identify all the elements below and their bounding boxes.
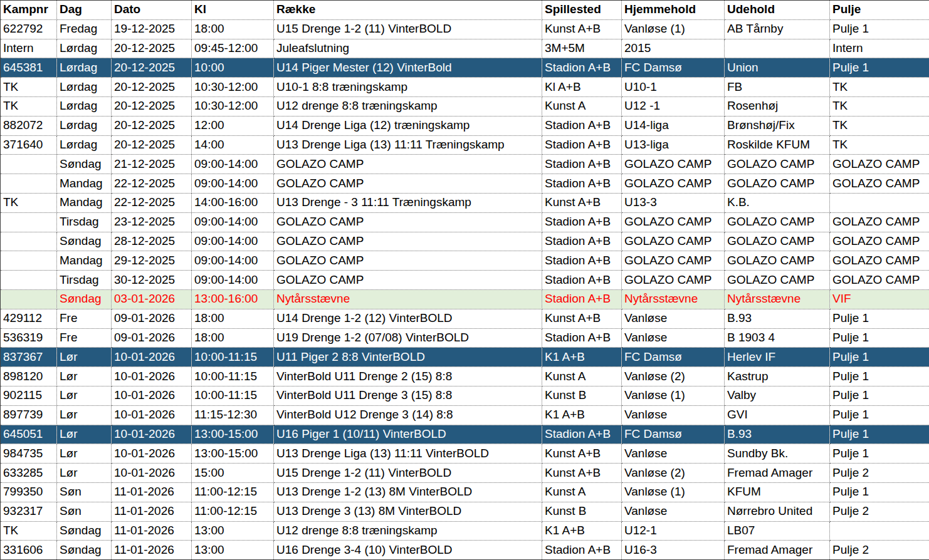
cell-hjemmehold[interactable]: U16-3 bbox=[622, 541, 725, 560]
cell-udehold[interactable]: GOLAZO CAMP bbox=[725, 251, 830, 271]
cell-pulje[interactable]: Pulje 1 bbox=[830, 425, 929, 444]
cell-spillested[interactable]: Stadion A+B bbox=[542, 425, 622, 444]
cell-spillested[interactable]: Stadion A+B bbox=[542, 251, 622, 271]
cell-spillested[interactable]: Stadion A+B bbox=[542, 232, 622, 251]
cell-kl[interactable]: 13:00-15:00 bbox=[192, 425, 274, 444]
cell-dag[interactable]: Søndag bbox=[57, 521, 112, 541]
cell-kl[interactable]: 09:00-14:00 bbox=[192, 174, 274, 194]
cell-hjemmehold[interactable]: U13-liga bbox=[622, 135, 725, 155]
cell-udehold[interactable]: Herlev IF bbox=[725, 348, 830, 367]
cell-udehold[interactable]: B.93 bbox=[725, 309, 830, 328]
cell-pulje[interactable]: Pulje 1 bbox=[830, 348, 929, 367]
cell-spillested[interactable]: Stadion A+B bbox=[542, 289, 622, 309]
cell-kl[interactable]: 18:00 bbox=[192, 19, 274, 39]
cell-kampnr[interactable]: 645381 bbox=[1, 58, 57, 78]
cell-hjemmehold[interactable]: GOLAZO CAMP bbox=[622, 232, 725, 251]
cell-raekke[interactable]: VinterBold U11 Drenge 2 (15) 8:8 bbox=[274, 367, 542, 386]
cell-raekke[interactable]: GOLAZO CAMP bbox=[274, 212, 542, 232]
cell-spillested[interactable]: Stadion A+B bbox=[542, 174, 622, 194]
cell-udehold[interactable]: Sundby Bk. bbox=[725, 444, 830, 464]
cell-spillested[interactable]: Kunst B bbox=[542, 386, 622, 405]
cell-kampnr[interactable]: 837367 bbox=[1, 348, 57, 367]
cell-pulje[interactable]: GOLAZO CAMP bbox=[830, 212, 929, 232]
cell-dag[interactable]: Lør bbox=[57, 348, 112, 367]
cell-pulje[interactable]: Pulje 2 bbox=[830, 502, 929, 521]
cell-dag[interactable]: Mandag bbox=[57, 193, 112, 212]
cell-spillested[interactable]: Kunst A bbox=[542, 482, 622, 502]
cell-raekke[interactable]: GOLAZO CAMP bbox=[274, 174, 542, 194]
cell-kl[interactable]: 14:00 bbox=[192, 135, 274, 155]
cell-raekke[interactable]: U13 Drenge 3 (13) 8M VinterBOLD bbox=[274, 502, 542, 521]
cell-dato[interactable]: 23-12-2025 bbox=[112, 212, 192, 232]
cell-udehold[interactable]: GOLAZO CAMP bbox=[725, 232, 830, 251]
cell-raekke[interactable]: U12 drenge 8:8 træningskamp bbox=[274, 521, 542, 541]
cell-raekke[interactable]: U11 Piger 2 8:8 VinterBOLD bbox=[274, 348, 542, 367]
cell-raekke[interactable]: U15 Drenge 1-2 (11) VinterBOLD bbox=[274, 19, 542, 39]
cell-kampnr[interactable] bbox=[1, 174, 57, 194]
cell-hjemmehold[interactable]: Vanløse (2) bbox=[622, 464, 725, 483]
cell-spillested[interactable]: K1 A+B bbox=[542, 348, 622, 367]
cell-hjemmehold[interactable]: U12-1 bbox=[622, 521, 725, 541]
column-header-udehold[interactable]: Udehold bbox=[725, 1, 830, 20]
cell-kampnr[interactable] bbox=[1, 212, 57, 232]
cell-dato[interactable]: 11-01-2026 bbox=[112, 541, 192, 560]
cell-hjemmehold[interactable]: Vanløse (1) bbox=[622, 482, 725, 502]
cell-raekke[interactable]: Juleafslutning bbox=[274, 39, 542, 58]
column-header-spillested[interactable]: Spillested bbox=[542, 1, 622, 20]
cell-hjemmehold[interactable]: Vanløse bbox=[622, 328, 725, 348]
cell-dag[interactable]: Søn bbox=[57, 482, 112, 502]
cell-kampnr[interactable] bbox=[1, 232, 57, 251]
cell-udehold[interactable]: Valby bbox=[725, 386, 830, 405]
cell-pulje[interactable]: Pulje 1 bbox=[830, 309, 929, 328]
cell-udehold[interactable]: GOLAZO CAMP bbox=[725, 174, 830, 194]
cell-udehold[interactable]: Fremad Amager bbox=[725, 464, 830, 483]
cell-pulje[interactable]: Pulje 2 bbox=[830, 541, 929, 560]
cell-dag[interactable]: Lørdag bbox=[57, 135, 112, 155]
cell-raekke[interactable]: GOLAZO CAMP bbox=[274, 155, 542, 174]
cell-kl[interactable]: 10:30-12:00 bbox=[192, 78, 274, 97]
cell-udehold[interactable]: Union bbox=[725, 58, 830, 78]
cell-spillested[interactable]: Kunst B bbox=[542, 502, 622, 521]
cell-dag[interactable]: Tirsdag bbox=[57, 212, 112, 232]
cell-spillested[interactable]: 3M+5M bbox=[542, 39, 622, 58]
cell-spillested[interactable]: Kunst A bbox=[542, 367, 622, 386]
cell-spillested[interactable]: Stadion A+B bbox=[542, 271, 622, 290]
cell-pulje[interactable]: Pulje 1 bbox=[830, 405, 929, 425]
cell-kl[interactable]: 12:00 bbox=[192, 116, 274, 135]
cell-dato[interactable]: 03-01-2026 bbox=[112, 289, 192, 309]
cell-dag[interactable]: Søndag bbox=[57, 541, 112, 560]
cell-kl[interactable]: 09:00-14:00 bbox=[192, 155, 274, 174]
cell-dag[interactable]: Lør bbox=[57, 425, 112, 444]
cell-raekke[interactable]: GOLAZO CAMP bbox=[274, 271, 542, 290]
cell-udehold[interactable]: GOLAZO CAMP bbox=[725, 271, 830, 290]
cell-udehold[interactable]: FB bbox=[725, 78, 830, 97]
cell-kl[interactable]: 15:00 bbox=[192, 464, 274, 483]
cell-udehold[interactable]: LB07 bbox=[725, 521, 830, 541]
cell-kampnr[interactable]: 622792 bbox=[1, 19, 57, 39]
cell-kl[interactable]: 13:00-16:00 bbox=[192, 289, 274, 309]
cell-dag[interactable]: Mandag bbox=[57, 251, 112, 271]
cell-raekke[interactable]: U16 Piger 1 (10/11) VinterBOLD bbox=[274, 425, 542, 444]
cell-pulje[interactable]: Pulje 1 bbox=[830, 328, 929, 348]
cell-spillested[interactable]: Stadion A+B bbox=[542, 155, 622, 174]
cell-udehold[interactable]: B 1903 4 bbox=[725, 328, 830, 348]
cell-dato[interactable]: 10-01-2026 bbox=[112, 405, 192, 425]
cell-hjemmehold[interactable]: FC Damsø bbox=[622, 348, 725, 367]
cell-udehold[interactable]: B.93 bbox=[725, 425, 830, 444]
cell-dato[interactable]: 20-12-2025 bbox=[112, 135, 192, 155]
cell-hjemmehold[interactable]: U10-1 bbox=[622, 78, 725, 97]
cell-dag[interactable]: Lørdag bbox=[57, 58, 112, 78]
cell-dato[interactable]: 20-12-2025 bbox=[112, 39, 192, 58]
cell-raekke[interactable]: U15 Drenge 1-2 (11) VinterBOLD bbox=[274, 464, 542, 483]
cell-raekke[interactable]: U13 Drenge 1-2 (13) 8M VinterBOLD bbox=[274, 482, 542, 502]
cell-kampnr[interactable]: 645051 bbox=[1, 425, 57, 444]
cell-dag[interactable]: Lørdag bbox=[57, 96, 112, 116]
cell-kl[interactable]: 11:00-12:15 bbox=[192, 482, 274, 502]
column-header-pulje[interactable]: Pulje bbox=[830, 1, 929, 20]
cell-pulje[interactable]: GOLAZO CAMP bbox=[830, 174, 929, 194]
cell-dato[interactable]: 20-12-2025 bbox=[112, 96, 192, 116]
cell-kl[interactable]: 13:00 bbox=[192, 521, 274, 541]
cell-hjemmehold[interactable]: Vanløse (1) bbox=[622, 386, 725, 405]
cell-pulje[interactable] bbox=[830, 193, 929, 212]
cell-hjemmehold[interactable]: Vanløse (1) bbox=[622, 19, 725, 39]
